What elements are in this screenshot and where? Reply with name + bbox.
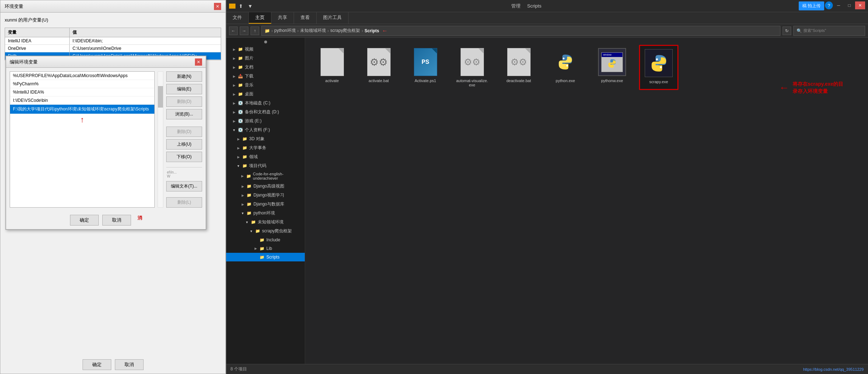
breadcrumb-part3[interactable]: scrapy爬虫框架 — [330, 28, 360, 34]
sidebar-item-projects[interactable]: ▼ 📁 项目代码 — [226, 161, 305, 170]
sidebar-item-docs[interactable]: ▶ 📁 文档 — [226, 63, 305, 72]
file-icon: window — [598, 48, 626, 76]
breadcrumb-part4[interactable]: Scripts — [364, 28, 379, 33]
sidebar-item-code-english[interactable]: ▶ 📁 Code-for-english-underachiever — [226, 170, 305, 182]
sidebar-item-drive-c[interactable]: ▶ 💽 本地磁盘 (C:) — [226, 99, 305, 108]
file-deactivate-bat[interactable]: ⚙⚙ deactivate.bat — [499, 45, 538, 90]
list-item-3[interactable]: I:\IDE\VSCode\bin — [10, 96, 154, 105]
expand-icon-expanded: ▼ — [236, 164, 241, 168]
expand-icon: ▶ — [236, 146, 241, 150]
file-icon — [644, 49, 673, 77]
sidebar-item-music[interactable]: ▶ 📁 音乐 — [226, 81, 305, 90]
delete-button-1[interactable]: 删除(D) — [166, 96, 202, 107]
list-item-0[interactable]: %USERPROFILE%\AppData\Local\Microsoft\Wi… — [10, 72, 154, 80]
file-automat-visualize[interactable]: ⚙⚙ automat-visualize.exe — [452, 45, 492, 90]
edit-list[interactable]: %USERPROFILE%\AppData\Local\Microsoft\Wi… — [10, 71, 155, 208]
file-activate[interactable]: activate — [312, 45, 352, 90]
quick-access-icon[interactable]: ⬆ — [237, 2, 245, 10]
sidebar-item-pictures[interactable]: ▶ 📁 图片 — [226, 54, 305, 63]
qq-upload-button[interactable]: 稿 拍上传 — [799, 1, 824, 10]
edit-text-button[interactable]: 编辑文本(T)... — [166, 181, 202, 191]
sidebar-item-downloads[interactable]: ▶ 📥 下载 — [226, 72, 305, 81]
sidebar-item-django-adv[interactable]: ▶ 📁 Django高级视图 — [226, 182, 305, 191]
sidebar-item-university[interactable]: ▶ 📁 大学事务 — [226, 143, 305, 152]
sidebar-item-drive-f[interactable]: ▼ 💽 个人资料 (F:) — [226, 126, 305, 134]
file-scrapy-exe[interactable]: scrapy.exe — [639, 45, 678, 90]
tab-home[interactable]: 主页 — [249, 12, 271, 24]
search-bar[interactable]: 🔍 搜索"Scripts" — [793, 26, 865, 36]
refresh-button[interactable]: ↻ — [783, 27, 791, 35]
sidebar-item-3d[interactable]: ▶ 📁 3D 对象 — [226, 134, 305, 143]
scrollbar[interactable] — [158, 71, 163, 208]
breadcrumb-part2[interactable]: 未知领域环境 — [300, 28, 326, 34]
sidebar-item-lib[interactable]: ▶ 📁 Lib — [226, 244, 305, 253]
minimize-button[interactable]: ─ — [834, 1, 844, 9]
back-button[interactable]: ← — [229, 27, 238, 35]
sidebar-item-scrapy-fw[interactable]: ▼ 📁 scrapy爬虫框架 — [226, 227, 305, 236]
edit-cancel-button[interactable]: 取消 — [102, 215, 131, 226]
file-name: pythonw.exe — [601, 79, 623, 83]
down-arrow-icon[interactable]: ▼ — [246, 2, 254, 10]
expand-icon-expanded: ▼ — [232, 128, 236, 132]
table-row[interactable]: OneDrive C:\Users\xunmi\OneDrive — [5, 45, 221, 52]
file-icon: ⚙⚙ — [458, 48, 486, 76]
scrollbar-thumb[interactable] — [158, 86, 163, 108]
scroll-indicator — [264, 41, 267, 43]
sidebar-item-domain[interactable]: ▶ 📁 领域 — [226, 152, 305, 161]
sidebar-item-python-env[interactable]: ▼ 📁 python环境 — [226, 209, 305, 218]
sidebar-item-drive-d[interactable]: ▶ 💽 备份和文档盘 (D:) — [226, 108, 305, 117]
new-button[interactable]: 新建(N) — [166, 71, 202, 82]
file-activate-bat[interactable]: ⚙⚙ activate.bat — [359, 45, 398, 90]
sidebar-item-django-view[interactable]: ▶ 📁 Django视图学习 — [226, 191, 305, 200]
list-item-1[interactable]: %PyCharm% — [10, 80, 154, 88]
file-activate-ps1[interactable]: PS Activate.ps1 — [406, 45, 445, 90]
status-link: https://blog.csdn.net/qq_39511229 — [803, 367, 864, 371]
close-button[interactable]: ✕ — [214, 3, 221, 10]
sidebar-item-scripts[interactable]: ▶ 📁 Scripts — [226, 253, 305, 261]
spacer — [166, 194, 202, 195]
sidebar-item-drive-e[interactable]: ▶ 💽 游戏 (E:) — [226, 117, 305, 126]
file-python-exe[interactable]: python.exe — [546, 45, 585, 90]
edit-buttons: 新建(N) 编辑(E) 删除(D) 浏览(B)... 删除(D) 上移(U) 下… — [166, 71, 202, 208]
edit-close-button[interactable]: ✕ — [195, 58, 202, 66]
delete-button-2[interactable]: 删除(D) — [166, 127, 202, 137]
breadcrumb-part1[interactable]: python环境 — [274, 28, 296, 34]
folder-icon — [229, 4, 235, 9]
annotation-text: 将存在scrapy.exe的目录存入环境变量 — [793, 81, 846, 95]
breadcrumb[interactable]: 📁 › python环境 › 未知领域环境 › scrapy爬虫框架 › Scr… — [261, 26, 780, 36]
move-up-button[interactable]: 上移(U) — [166, 139, 202, 150]
edit-confirm-button[interactable]: 确定 — [70, 215, 99, 226]
close-window-button[interactable]: ✕ — [855, 1, 865, 9]
list-item-2[interactable]: %IntelliJ IDEA% — [10, 88, 154, 96]
edit-button[interactable]: 编辑(E) — [166, 84, 202, 94]
forward-button[interactable]: → — [240, 27, 248, 35]
sidebar-item-unknown-env[interactable]: ▼ 📁 未知领域环境 — [226, 218, 305, 227]
table-row[interactable]: IntelliJ IDEA I:\IDE\IDEA\bin; — [5, 37, 221, 45]
sidebar-label: Code-for-english-underachiever — [253, 172, 302, 180]
file-pythonw-exe[interactable]: window pythonw.exe — [592, 45, 632, 90]
delete-button-3[interactable]: 删除(L) — [166, 197, 202, 208]
breadcrumb-red-arrow: ← — [382, 28, 388, 34]
confirm-button[interactable]: 确定 — [83, 359, 111, 370]
sidebar-item-desktop[interactable]: ▶ 📁 桌面 — [226, 90, 305, 99]
file-icon: PS — [411, 48, 440, 76]
sidebar-item-django-db[interactable]: ▶ 📁 Django与数据库 — [226, 200, 305, 209]
sidebar-label: Scripts — [266, 255, 280, 260]
browse-button[interactable]: 浏览(B)... — [166, 109, 202, 119]
sidebar-label: scrapy爬虫框架 — [262, 228, 292, 234]
var-name: OneDrive — [5, 45, 70, 52]
sidebar-item-video[interactable]: ▶ 📁 视频 — [226, 45, 305, 54]
tab-share[interactable]: 共享 — [271, 12, 294, 24]
maximize-button[interactable]: □ — [844, 1, 854, 9]
tab-file[interactable]: 文件 — [226, 12, 249, 24]
tab-picture-tools[interactable]: 图片工具 — [317, 12, 349, 24]
move-down-button[interactable]: 下移(O) — [166, 152, 202, 162]
python-svg-icon — [556, 53, 574, 71]
list-item-4[interactable]: F:\我的大学\项目代码\python环境\未知领域环境\scrapy爬虫框架\… — [10, 105, 154, 114]
cancel-button[interactable]: 取消 — [115, 359, 144, 370]
drive-icon: 💽 — [238, 109, 243, 115]
sidebar-item-include[interactable]: ▶ 📁 Include — [226, 236, 305, 244]
up-button[interactable]: ↑ — [251, 27, 259, 35]
tab-view[interactable]: 查看 — [294, 12, 317, 24]
help-button[interactable]: ? — [825, 1, 833, 9]
